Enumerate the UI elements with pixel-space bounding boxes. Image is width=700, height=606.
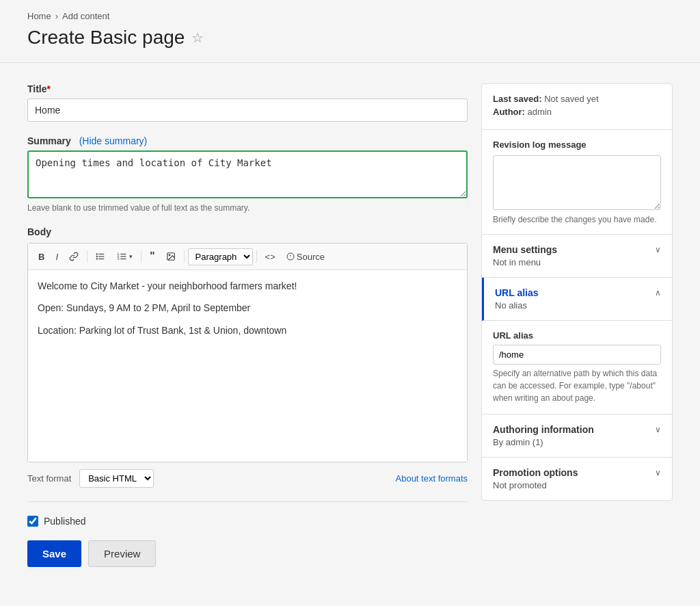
author-value: admin [528,107,552,117]
bullet-list-icon [96,252,105,261]
source-label: Source [297,252,325,262]
svg-text:3.: 3. [118,257,120,261]
bold-button[interactable]: B [33,249,49,265]
link-button[interactable] [64,249,83,264]
authoring-value: By admin (1) [493,437,661,447]
title-label: Title* [27,83,468,94]
revision-section: Revision log message Briefly describe th… [482,130,672,235]
summary-textarea[interactable] [27,150,468,198]
image-button[interactable] [161,249,180,264]
link-icon [69,252,79,261]
text-format-label: Text format [27,473,71,484]
menu-chevron-down-icon: ∨ [655,245,661,254]
revision-label: Revision log message [493,140,661,150]
last-saved-label: Last saved: [493,94,542,104]
action-buttons: Save Preview [27,540,468,567]
url-alias-toggle[interactable]: URL alias ∧ [495,287,661,298]
right-panel: Last saved: Not saved yet Author: admin … [481,83,673,501]
source-button[interactable]: Source [282,249,329,265]
svg-point-13 [169,254,170,256]
url-alias-value: No alias [495,300,661,311]
svg-rect-5 [98,259,104,259]
svg-rect-1 [98,254,104,254]
svg-rect-11 [120,259,126,259]
source-code-button[interactable]: <> [260,249,280,265]
save-info-section: Last saved: Not saved yet Author: admin [482,84,672,130]
svg-rect-9 [120,256,126,256]
promotion-section: Promotion options ∨ Not promoted [482,458,672,500]
summary-label-space [74,135,77,146]
toolbar-sep-3 [184,250,185,263]
text-format-row: Text format Basic HTML About text format… [27,469,468,488]
url-alias-field-label: URL alias [493,330,661,341]
source-icon [286,252,295,261]
revision-hint: Briefly describe the changes you have ma… [493,215,661,224]
editor-wrapper: B I [27,243,468,462]
number-list-button[interactable]: 1. 2. 3. ▾ [111,249,137,264]
info-box: Last saved: Not saved yet Author: admin … [481,83,673,501]
url-alias-title: URL alias [495,287,539,298]
save-button[interactable]: Save [27,540,81,567]
svg-point-0 [96,253,98,254]
blockquote-button[interactable]: " [145,248,160,265]
body-line-2: Open: Sundays, 9 AM to 2 PM, April to Se… [38,300,457,315]
published-label: Published [44,516,86,527]
text-format-select[interactable]: Basic HTML [79,469,154,488]
svg-point-4 [96,258,98,259]
promotion-title: Promotion options [493,467,578,478]
summary-field-group: Summary (Hide summary) Leave blank to us… [27,135,468,213]
promotion-value: Not promoted [493,480,661,490]
svg-rect-7 [120,254,126,254]
paragraph-select[interactable]: Paragraph [188,248,253,265]
url-alias-hint: Specify an alternative path by which thi… [493,367,661,404]
menu-settings-value: Not in menu [493,257,661,267]
star-icon[interactable]: ☆ [191,29,204,46]
toolbar-sep-4 [256,250,257,263]
body-field-group: Body B I [27,226,468,488]
promotion-chevron-down-icon: ∨ [655,468,661,477]
published-row: Published [27,516,468,527]
number-list-chevron: ▾ [129,253,133,260]
preview-button[interactable]: Preview [88,540,156,567]
toolbar-sep-2 [141,250,142,263]
divider [27,501,468,502]
summary-hint: Leave blank to use trimmed value of full… [27,203,468,213]
authoring-section: Authoring information ∨ By admin (1) [482,414,672,458]
toolbar-sep-1 [87,250,88,263]
number-list-icon: 1. 2. 3. [116,252,127,261]
breadcrumb-current: Add content [62,11,109,21]
bullet-list-button[interactable] [91,249,110,264]
body-line-1: Welcome to City Market - your neighborho… [38,278,457,293]
breadcrumb-sep: › [55,11,58,21]
title-input[interactable] [27,98,468,122]
summary-label: Summary [27,135,71,146]
authoring-toggle[interactable]: Authoring information ∨ [493,424,661,435]
body-line-3: Location: Parking lot of Trust Bank, 1st… [38,323,457,338]
revision-textarea[interactable] [493,155,661,210]
promotion-toggle[interactable]: Promotion options ∨ [493,467,661,478]
about-formats-link[interactable]: About text formats [396,473,468,484]
image-icon [166,252,176,261]
breadcrumb-home[interactable]: Home [27,11,51,21]
url-alias-chevron-up-icon: ∧ [655,288,661,298]
editor-area[interactable]: Welcome to City Market - your neighborho… [28,270,467,462]
page-title: Create Basic page [27,27,185,49]
authoring-chevron-down-icon: ∨ [655,425,661,434]
url-alias-input[interactable] [493,345,661,365]
url-alias-section: URL alias ∧ No alias [482,278,672,321]
title-field-group: Title* [27,83,468,122]
svg-point-2 [96,256,98,257]
hide-summary-link[interactable]: (Hide summary) [79,135,148,146]
body-label: Body [27,226,468,237]
published-checkbox[interactable] [27,516,38,527]
breadcrumb: Home › Add content [27,11,673,21]
url-alias-field-section: URL alias Specify an alternative path by… [482,321,672,414]
author-label: Author: [493,107,525,117]
title-required: * [47,83,51,94]
last-saved-value: Not saved yet [544,94,599,104]
menu-settings-title: Menu settings [493,244,557,255]
menu-settings-toggle[interactable]: Menu settings ∨ [493,244,661,255]
menu-settings-section: Menu settings ∨ Not in menu [482,235,672,278]
italic-button[interactable]: I [51,249,63,265]
authoring-title: Authoring information [493,424,594,435]
